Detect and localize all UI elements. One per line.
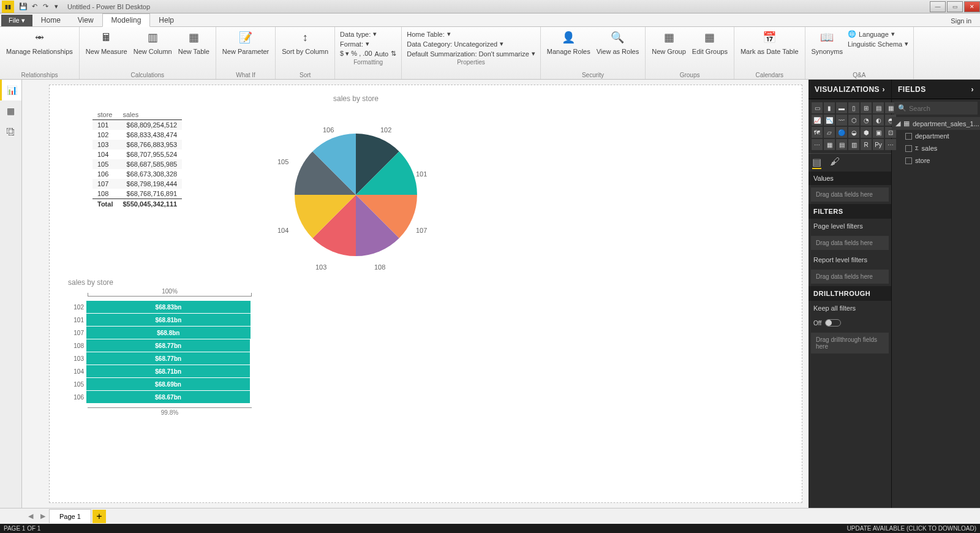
bar-row[interactable]: 104$68.71bn (88, 365, 252, 377)
viz-type-button[interactable]: ▣ (873, 127, 884, 138)
minimize-button[interactable]: — (930, 1, 946, 12)
synonyms-button[interactable]: 📖Synonyms (809, 28, 845, 71)
table-row[interactable]: 108$68,768,716,891 (92, 189, 182, 199)
viz-type-button[interactable]: ◐ (873, 115, 884, 126)
manage-relationships-button[interactable]: ⥈Manage Relationships (4, 28, 75, 71)
viz-type-button[interactable]: ▤ (836, 139, 847, 150)
viz-type-button[interactable]: R (861, 139, 872, 150)
edit-groups-button[interactable]: ▦Edit Groups (690, 28, 730, 71)
viz-type-button[interactable]: ⊞ (861, 102, 872, 113)
viz-type-button[interactable]: ▤ (873, 102, 884, 113)
mark-date-table-button[interactable]: 📅Mark as Date Table (738, 28, 801, 71)
pie-visual[interactable]: sales by store (239, 94, 472, 281)
prev-page-button[interactable]: ◀ (24, 512, 37, 520)
new-table-button[interactable]: ▦New Table (176, 28, 212, 71)
viz-type-button[interactable]: 📈 (812, 115, 823, 126)
viz-type-button[interactable]: ▬ (836, 102, 847, 113)
viz-type-button[interactable]: 〰 (836, 115, 847, 126)
table-row[interactable]: 104$68,707,955,524 (92, 149, 182, 159)
viz-type-button[interactable]: ▯ (848, 102, 859, 113)
viz-type-button[interactable]: Py (873, 139, 884, 150)
field-store[interactable]: store (892, 154, 980, 167)
datatype-dropdown[interactable]: Data type: ▾ (339, 29, 398, 39)
model-view-button[interactable]: ⿻ (0, 121, 21, 142)
fields-search[interactable]: 🔍 (894, 102, 978, 115)
manage-roles-button[interactable]: 👤Manage Roles (545, 28, 593, 71)
tab-view[interactable]: View (69, 14, 102, 26)
viz-type-button[interactable]: ▥ (848, 139, 859, 150)
table-header-store[interactable]: store (92, 110, 118, 120)
fields-tab-icon[interactable]: ▤ (812, 156, 821, 169)
checkbox[interactable] (905, 145, 912, 152)
language-dropdown[interactable]: 🌐 Language ▾ (846, 29, 910, 39)
sort-by-column-button[interactable]: ↕Sort by Column (279, 28, 331, 71)
checkbox[interactable] (905, 157, 912, 164)
values-dropzone[interactable]: Drag data fields here (811, 187, 889, 202)
new-measure-button[interactable]: 🖩New Measure (83, 28, 130, 71)
field-department[interactable]: department (892, 130, 980, 142)
viz-type-button[interactable]: 🔵 (836, 127, 847, 138)
checkbox[interactable] (905, 133, 912, 140)
linguistic-schema-dropdown[interactable]: Linguistic Schema ▾ (846, 39, 910, 48)
close-button[interactable]: ✕ (964, 1, 980, 12)
table-row[interactable]: 107$68,798,198,444 (92, 179, 182, 189)
viz-type-button[interactable]: ⋯ (812, 139, 823, 150)
table-row[interactable]: 101$68,809,254,512 (92, 120, 182, 130)
default-summarization-dropdown[interactable]: Default Summarization: Don't summarize ▾ (405, 49, 537, 58)
sign-in-link[interactable]: Sign in (942, 15, 980, 26)
table-row[interactable]: 106$68,673,308,328 (92, 169, 182, 179)
viz-type-button[interactable]: ▭ (812, 102, 823, 113)
field-sales[interactable]: Σsales (892, 142, 980, 154)
file-menu[interactable]: File ▾ (1, 15, 32, 26)
format-options[interactable]: $ ▾ % , .00 Auto ⇅ (339, 49, 398, 58)
bar-row[interactable]: 101$68.81bn (88, 314, 252, 326)
table-header-sales[interactable]: sales (118, 110, 182, 120)
viz-type-button[interactable]: ▦ (824, 139, 835, 150)
report-view-button[interactable]: 📊 (0, 80, 21, 100)
bar-row[interactable]: 108$68.77bn (88, 339, 252, 352)
home-table-dropdown[interactable]: Home Table: ▾ (405, 29, 537, 39)
table-row[interactable]: 103$68,766,883,953 (92, 140, 182, 149)
new-column-button[interactable]: ▥New Column (131, 28, 175, 71)
bar-row[interactable]: 103$68.77bn (88, 352, 252, 365)
viz-type-button[interactable]: ◒ (848, 127, 859, 138)
tab-home[interactable]: Home (32, 14, 69, 26)
drillthrough-dropzone[interactable]: Drag drillthrough fields here (811, 333, 889, 353)
viz-type-button[interactable]: ⬡ (848, 115, 859, 126)
bar-row[interactable]: 102$68.83bn (88, 301, 252, 313)
viz-type-button[interactable]: 📉 (824, 115, 835, 126)
report-filters-dropzone[interactable]: Drag data fields here (811, 270, 889, 284)
page-tab-1[interactable]: Page 1 (49, 509, 91, 523)
data-view-button[interactable]: ▦ (0, 100, 21, 121)
view-as-roles-button[interactable]: 🔍View as Roles (594, 28, 642, 71)
viz-type-button[interactable]: 🗺 (812, 127, 823, 138)
table-visual[interactable]: store sales 101$68,809,254,512102$68,833… (92, 110, 182, 209)
page-filters-dropzone[interactable]: Drag data fields here (811, 236, 889, 250)
undo-icon[interactable]: ↶ (29, 2, 39, 12)
bar-row[interactable]: 107$68.8bn (88, 327, 252, 339)
save-icon[interactable]: 💾 (18, 2, 28, 12)
bar-row[interactable]: 106$68.67bn (88, 391, 252, 403)
viz-type-button[interactable]: ◔ (861, 115, 872, 126)
viz-type-button[interactable]: ⬢ (861, 127, 872, 138)
bar-visual[interactable]: sales by store 100% 102$68.83bn101$68.81… (68, 278, 252, 416)
qat-dropdown-icon[interactable]: ▾ (51, 2, 61, 12)
next-page-button[interactable]: ▶ (37, 512, 49, 520)
fields-table[interactable]: ◢ ▦ department_sales_1... (892, 117, 980, 130)
status-update-link[interactable]: UPDATE AVAILABLE (CLICK TO DOWNLOAD) (847, 525, 976, 532)
add-page-button[interactable]: + (92, 510, 106, 523)
table-row[interactable]: 102$68,833,438,474 (92, 130, 182, 140)
new-parameter-button[interactable]: 📝New Parameter (220, 28, 271, 71)
redo-icon[interactable]: ↷ (40, 2, 50, 12)
search-input[interactable] (909, 105, 974, 112)
format-tab-icon[interactable]: 🖌 (830, 156, 840, 169)
viz-type-button[interactable]: ▱ (824, 127, 835, 138)
maximize-button[interactable]: ▭ (947, 1, 963, 12)
tab-modeling[interactable]: Modeling (102, 13, 151, 27)
bar-row[interactable]: 105$68.69bn (88, 378, 252, 390)
collapse-fields-icon[interactable]: › (971, 85, 974, 94)
data-category-dropdown[interactable]: Data Category: Uncategorized ▾ (405, 39, 537, 48)
new-group-button[interactable]: ▦New Group (649, 28, 688, 71)
keep-filters-toggle[interactable] (825, 319, 841, 327)
tab-help[interactable]: Help (150, 14, 183, 26)
